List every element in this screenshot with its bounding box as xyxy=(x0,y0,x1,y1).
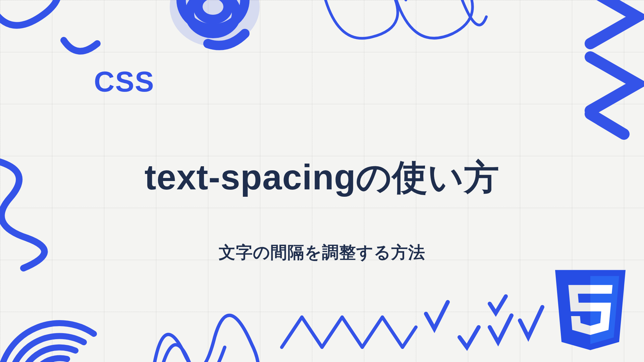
main-content: CSS text-spacingの使い方 文字の間隔を調整する方法 xyxy=(0,0,644,362)
page-subtitle: 文字の間隔を調整する方法 xyxy=(0,241,644,264)
category-label: CSS xyxy=(94,65,155,98)
css3-logo-icon xyxy=(555,270,626,350)
page-title: text-spacingの使い方 xyxy=(0,154,644,201)
